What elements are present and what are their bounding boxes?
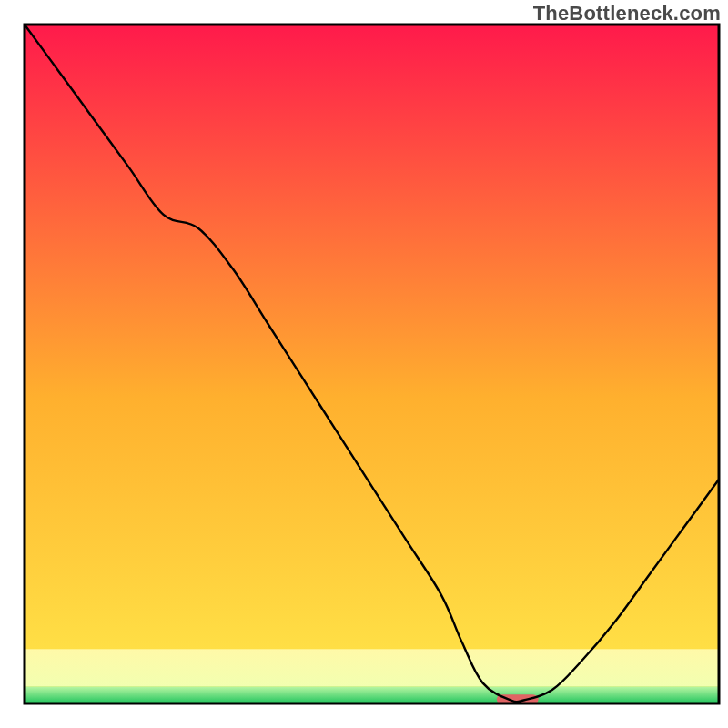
- pale-band: [25, 649, 719, 686]
- plot-area: [25, 25, 719, 704]
- watermark-label: TheBottleneck.com: [533, 2, 721, 25]
- gradient-background: [25, 25, 719, 703]
- green-band: [25, 686, 719, 703]
- chart-root: TheBottleneck.com: [0, 0, 728, 728]
- chart-svg: [0, 0, 728, 728]
